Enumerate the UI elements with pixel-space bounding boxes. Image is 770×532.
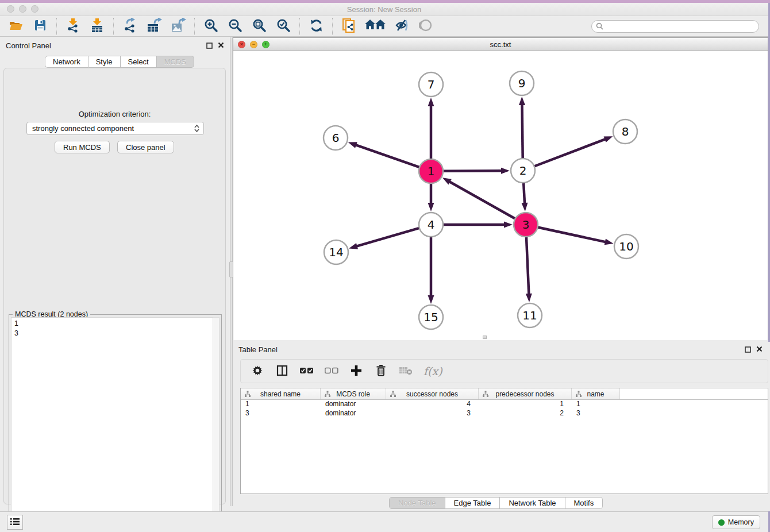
graph-edge-2-8[interactable] bbox=[534, 139, 606, 167]
clone-network-icon bbox=[341, 17, 356, 35]
clone-network-button[interactable] bbox=[341, 18, 357, 34]
column-type-icon bbox=[390, 391, 396, 398]
search-field[interactable] bbox=[591, 20, 759, 33]
show-details-button[interactable] bbox=[418, 18, 434, 34]
tab-mcds[interactable]: MCDS bbox=[157, 56, 194, 68]
table-cell[interactable]: 4 bbox=[386, 400, 479, 409]
tab-motifs[interactable]: Motifs bbox=[565, 497, 603, 509]
column-type-icon bbox=[575, 391, 582, 398]
hide-details-button[interactable] bbox=[394, 18, 410, 34]
graph-edge-4-14[interactable] bbox=[356, 228, 419, 246]
toggle-column-panel-button[interactable] bbox=[275, 364, 289, 378]
table-cell[interactable]: dominator bbox=[321, 409, 386, 418]
graph-edge-3-1[interactable] bbox=[449, 182, 515, 219]
column-header-MCDS-role[interactable]: MCDS role bbox=[321, 388, 386, 399]
tab-network-table[interactable]: Network Table bbox=[500, 497, 565, 509]
control-panel-tabs: Network Style Select MCDS bbox=[45, 56, 194, 68]
home-button[interactable] bbox=[365, 18, 386, 34]
zoom-out-button[interactable] bbox=[227, 18, 243, 34]
import-table-button[interactable] bbox=[89, 18, 105, 34]
frame-resize-handle[interactable] bbox=[483, 336, 487, 339]
column-header-name[interactable]: name bbox=[572, 388, 620, 399]
run-mcds-button[interactable]: Run MCDS bbox=[55, 141, 110, 153]
column-type-icon bbox=[482, 391, 489, 398]
zoom-selected-button[interactable] bbox=[275, 18, 291, 34]
refresh-layout-button[interactable] bbox=[308, 18, 324, 34]
graph-node-label: 11 bbox=[522, 309, 537, 322]
export-network-button[interactable] bbox=[122, 18, 138, 34]
search-input[interactable] bbox=[603, 21, 759, 32]
mcds-result-text[interactable]: 1 3 bbox=[11, 317, 213, 532]
table-cell[interactable]: 1 bbox=[241, 400, 321, 409]
graph-edge-3-10[interactable] bbox=[538, 227, 606, 242]
graph-edge-1-2[interactable] bbox=[443, 171, 502, 171]
zoom-in-button[interactable] bbox=[203, 18, 219, 34]
graph-node-label: 10 bbox=[619, 240, 633, 253]
network-frame-titlebar[interactable]: × − + scc.txt bbox=[233, 38, 768, 51]
network-frame-title: scc.txt bbox=[233, 40, 768, 49]
float-panel-icon[interactable] bbox=[745, 346, 751, 354]
import-network-icon bbox=[66, 18, 80, 34]
export-image-button[interactable] bbox=[170, 18, 186, 34]
import-table-icon bbox=[90, 18, 105, 34]
tab-edge-table[interactable]: Edge Table bbox=[445, 497, 500, 509]
graph-edge-arrowhead bbox=[519, 97, 525, 105]
table-cell[interactable]: dominator bbox=[321, 400, 386, 409]
delete-column-button[interactable] bbox=[374, 364, 388, 378]
zoom-out-icon bbox=[228, 18, 242, 34]
graph-edge-arrowhead bbox=[428, 98, 434, 106]
network-graph[interactable]: 7968124314101511 bbox=[233, 51, 768, 340]
export-table-button[interactable] bbox=[146, 18, 162, 34]
close-panel-icon[interactable] bbox=[218, 41, 224, 50]
tab-node-table[interactable]: Node Table bbox=[389, 497, 445, 509]
graph-edge-2-9[interactable] bbox=[522, 104, 522, 159]
close-panel-icon[interactable] bbox=[756, 345, 763, 354]
save-session-button[interactable] bbox=[32, 18, 48, 34]
table-cell[interactable]: 1 bbox=[479, 400, 572, 409]
zoom-fit-button[interactable] bbox=[251, 18, 267, 34]
graph-edge-2-3[interactable] bbox=[523, 183, 525, 204]
node-table-header: shared nameMCDS rolesuccessor nodesprede… bbox=[241, 388, 768, 400]
open-session-button[interactable] bbox=[8, 18, 24, 34]
table-row[interactable]: 1dominator411 bbox=[241, 400, 768, 409]
graph-edge-arrowhead bbox=[521, 203, 528, 211]
import-network-button[interactable] bbox=[65, 18, 81, 34]
column-header-successor-nodes[interactable]: successor nodes bbox=[386, 388, 479, 399]
criterion-dropdown[interactable]: strongly connected component bbox=[26, 122, 204, 135]
mcds-result-scrollbar[interactable] bbox=[213, 317, 220, 532]
table-cell[interactable]: 3 bbox=[572, 409, 620, 418]
task-history-button[interactable] bbox=[7, 515, 23, 530]
select-all-rows-button[interactable] bbox=[300, 364, 314, 378]
table-panel: Table Panel bbox=[233, 342, 770, 511]
control-panel-header: Control Panel bbox=[0, 37, 230, 53]
graph-edge-arrowhead bbox=[428, 203, 434, 211]
table-settings-button[interactable] bbox=[251, 364, 264, 378]
refresh-icon bbox=[309, 18, 324, 34]
zoom-fit-icon bbox=[252, 18, 267, 34]
table-row[interactable]: 3dominator323 bbox=[241, 409, 768, 418]
network-view-frame: × − + scc.txt 7968124314101511 bbox=[233, 37, 768, 340]
save-floppy-icon bbox=[33, 18, 47, 34]
table-cell[interactable]: 2 bbox=[479, 409, 572, 418]
table-panel-tabs: Node Table Edge Table Network Table Moti… bbox=[389, 497, 603, 509]
column-header-predecessor-nodes[interactable]: predecessor nodes bbox=[479, 388, 572, 399]
float-panel-icon[interactable] bbox=[206, 42, 213, 51]
unchecked-boxes-icon bbox=[325, 367, 338, 376]
tab-style[interactable]: Style bbox=[88, 56, 121, 68]
network-canvas[interactable]: 7968124314101511 bbox=[233, 51, 768, 340]
graph-edge-3-11[interactable] bbox=[526, 237, 529, 295]
table-cell[interactable]: 3 bbox=[241, 409, 321, 418]
table-cell[interactable]: 1 bbox=[572, 400, 620, 409]
column-header-shared-name[interactable]: shared name bbox=[241, 388, 321, 399]
node-table[interactable]: shared nameMCDS rolesuccessor nodesprede… bbox=[240, 388, 768, 494]
tab-network[interactable]: Network bbox=[45, 56, 88, 68]
memory-button[interactable]: Memory bbox=[712, 515, 760, 529]
memory-status-icon bbox=[718, 519, 725, 526]
table-cell[interactable]: 3 bbox=[386, 409, 479, 418]
close-panel-button[interactable]: Close panel bbox=[117, 141, 174, 153]
graph-edge-1-6[interactable] bbox=[355, 145, 419, 167]
deselect-all-rows-button[interactable] bbox=[325, 364, 338, 378]
create-column-button[interactable] bbox=[349, 364, 363, 378]
table-panel-title: Table Panel bbox=[238, 345, 278, 354]
tab-select[interactable]: Select bbox=[121, 56, 157, 68]
